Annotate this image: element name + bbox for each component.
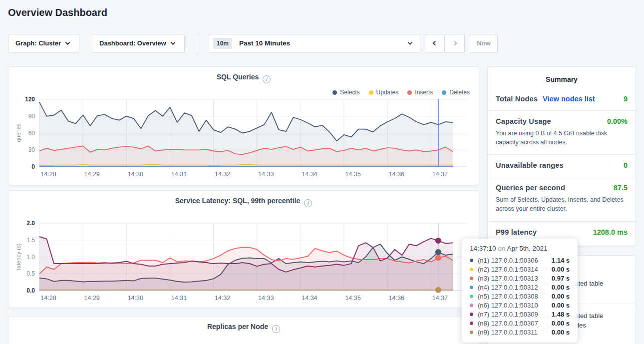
- svg-text:1.5: 1.5: [26, 237, 35, 244]
- chevron-down-icon: [170, 40, 175, 45]
- dashboard-dropdown[interactable]: Dashboard: Overview: [92, 34, 185, 52]
- svg-text:14:36: 14:36: [389, 295, 404, 302]
- svg-text:2.0: 2.0: [26, 220, 35, 227]
- svg-text:14:32: 14:32: [215, 171, 230, 178]
- p99-latency-label: P99 latency: [496, 228, 537, 236]
- legend-item-inserts[interactable]: Inserts: [407, 89, 433, 96]
- graph-dropdown-label: Graph: Cluster: [15, 39, 61, 47]
- legend-item-updates[interactable]: Updates: [369, 89, 399, 96]
- sql-queries-plot[interactable]: 030609012014:2814:2914:3014:3114:3214:33…: [8, 93, 480, 180]
- svg-text:14:30: 14:30: [128, 171, 143, 178]
- series-dot: [470, 304, 473, 307]
- svg-text:30: 30: [28, 146, 35, 153]
- legend-dot: [442, 90, 446, 95]
- unavailable-ranges-label: Unavailable ranges: [496, 161, 564, 169]
- qps-subtext: Sum of Selects, Updates, Inserts, and De…: [496, 195, 628, 213]
- legend-item-deletes[interactable]: Deletes: [442, 89, 470, 96]
- svg-text:14:35: 14:35: [345, 171, 360, 178]
- capacity-subtext: You are using 0 B of 4.5 GiB usable disk…: [496, 129, 628, 147]
- svg-text:14:34: 14:34: [302, 295, 317, 302]
- capacity-value: 0.00%: [607, 117, 628, 125]
- qps-label: Queries per second: [496, 184, 565, 192]
- chart-title-sql-queries: SQL Queriesi: [8, 73, 479, 83]
- summary-title: Summary: [488, 67, 636, 88]
- graph-dropdown[interactable]: Graph: Cluster: [8, 34, 79, 52]
- service-latency-plot[interactable]: 0.00.51.01.52.014:2814:2914:3014:3114:32…: [8, 217, 480, 304]
- tooltip-row-n6: (n6) 127.0.0.1:50310 0.00 s: [470, 301, 570, 310]
- info-icon[interactable]: i: [263, 75, 271, 83]
- total-nodes-label: Total Nodes: [496, 95, 538, 103]
- tooltip-row-n2: (n2) 127.0.0.1:50314 0.00 s: [470, 265, 570, 274]
- tooltip-row-n5: (n5) 127.0.0.1:50308 0.00 s: [470, 292, 570, 301]
- tooltip-row-n8: (n8) 127.0.0.1:50307 0.00 s: [470, 319, 570, 328]
- svg-text:14:33: 14:33: [258, 295, 274, 302]
- series-dot: [470, 331, 473, 334]
- series-dot: [470, 313, 473, 316]
- chevron-right-icon: [452, 41, 457, 46]
- svg-text:120: 120: [25, 96, 35, 103]
- tooltip-row-n3: (n3) 127.0.0.1:50313 0.97 s: [470, 274, 570, 283]
- svg-text:14:31: 14:31: [171, 171, 187, 178]
- svg-text:1.0: 1.0: [26, 254, 35, 261]
- chart-hover-tooltip: 14:37:10 on Apr 5th, 2021 (n1) 127.0.0.1…: [462, 239, 578, 343]
- info-icon[interactable]: i: [304, 199, 312, 207]
- tooltip-row-n9: (n9) 127.0.0.1:50311 0.00 s: [470, 328, 570, 337]
- service-latency-chart-card: Service Latency: SQL, 99th percentilei l…: [8, 190, 479, 308]
- view-nodes-list-link[interactable]: View nodes list: [543, 95, 595, 103]
- dashboard-dropdown-label: Dashboard: Overview: [99, 39, 166, 47]
- chart-title-service-latency: Service Latency: SQL, 99th percentilei: [8, 197, 479, 207]
- summary-row-total-nodes: Total Nodes View nodes list 9: [488, 88, 636, 110]
- svg-text:14:29: 14:29: [84, 295, 100, 302]
- time-range-dropdown[interactable]: 10m Past 10 Minutes: [209, 34, 420, 52]
- now-button[interactable]: Now: [470, 34, 498, 52]
- time-nav-group: [425, 34, 465, 52]
- svg-text:14:35: 14:35: [345, 295, 360, 302]
- svg-text:60: 60: [28, 130, 35, 137]
- svg-text:90: 90: [28, 113, 35, 120]
- tooltip-timestamp: 14:37:10 on Apr 5th, 2021: [470, 245, 570, 252]
- total-nodes-value: 9: [624, 95, 628, 103]
- summary-row-capacity: Capacity Usage 0.00% You are using 0 B o…: [488, 110, 636, 154]
- time-range-label: Past 10 Minutes: [239, 39, 290, 47]
- page-title: Overview Dashboard: [8, 7, 107, 18]
- time-range-badge: 10m: [213, 38, 232, 49]
- series-dot: [470, 277, 473, 280]
- svg-text:14:30: 14:30: [128, 295, 143, 302]
- toolbar-divider: [197, 33, 197, 54]
- tooltip-row-n7: (n7) 127.0.0.1:50309 1.48 s: [470, 310, 570, 319]
- series-dot: [470, 322, 473, 325]
- series-dot: [470, 286, 473, 289]
- svg-text:14:31: 14:31: [171, 295, 187, 302]
- svg-text:0.0: 0.0: [26, 287, 35, 294]
- time-prev-button[interactable]: [425, 34, 445, 52]
- svg-text:14:29: 14:29: [84, 171, 100, 178]
- series-dot: [470, 259, 473, 262]
- chart-legend: Selects Updates Inserts Deletes: [332, 89, 470, 96]
- series-dot: [470, 268, 473, 271]
- time-next-button[interactable]: [445, 34, 465, 52]
- legend-dot: [369, 90, 373, 95]
- chevron-down-icon: [65, 40, 70, 45]
- chart-title-replicas-per-node: Replicas per Nodei: [8, 323, 479, 333]
- series-dot: [470, 295, 473, 298]
- legend-dot: [332, 90, 337, 95]
- chevron-left-icon: [432, 41, 437, 46]
- svg-text:14:33: 14:33: [258, 171, 274, 178]
- chevron-down-icon: [408, 40, 413, 45]
- legend-item-selects[interactable]: Selects: [332, 89, 359, 96]
- unavailable-ranges-value: 0: [624, 161, 628, 169]
- sql-queries-chart-card: SQL Queriesi Selects Updates Inserts Del…: [8, 66, 479, 185]
- summary-row-qps: Queries per second 87.5 Sum of Selects, …: [488, 177, 636, 221]
- svg-text:14:34: 14:34: [302, 171, 317, 178]
- svg-text:14:37: 14:37: [432, 295, 448, 302]
- info-icon[interactable]: i: [272, 325, 280, 333]
- replicas-per-node-chart-card: Replicas per Nodei: [8, 316, 479, 344]
- svg-text:14:32: 14:32: [215, 295, 230, 302]
- svg-text:0.5: 0.5: [26, 270, 35, 277]
- tooltip-row-n1: (n1) 127.0.0.1:50306 1.14 s: [470, 256, 570, 265]
- capacity-label: Capacity Usage: [496, 117, 551, 125]
- legend-dot: [407, 90, 412, 95]
- svg-text:14:37: 14:37: [432, 171, 448, 178]
- svg-text:14:36: 14:36: [389, 171, 404, 178]
- summary-panel: Summary Total Nodes View nodes list 9 Ca…: [487, 66, 636, 246]
